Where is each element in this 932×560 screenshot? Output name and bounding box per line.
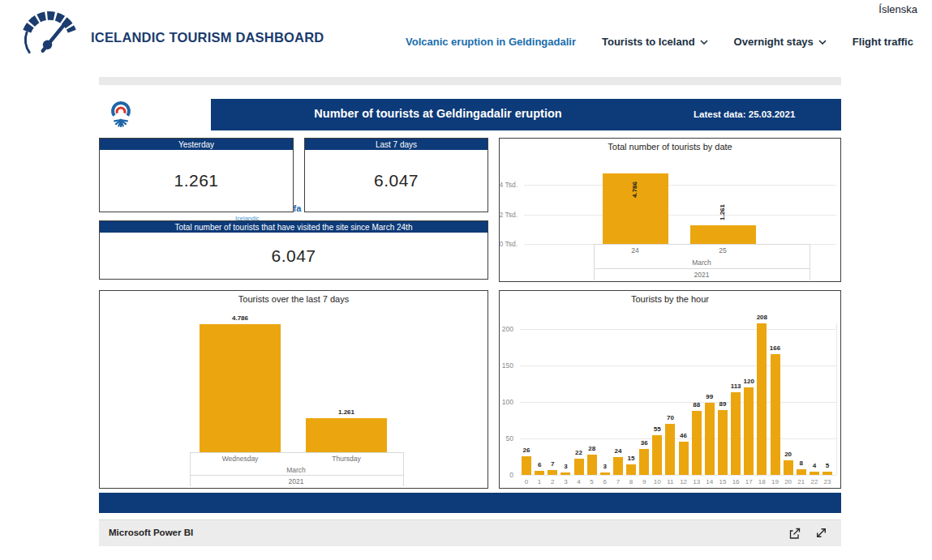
gridline [520,402,836,403]
nav-overnight-stays[interactable]: Overnight stays [734,36,827,48]
main-nav: Volcanic eruption in GeldingadalirTouris… [406,36,913,48]
report-top-strip [99,77,841,85]
card-total-since-march-24: Total number of tourists that have visit… [99,220,488,280]
bar-2[interactable] [548,470,557,475]
chart-tourists-by-hour: Tourists by the hour 0501001502002606172… [499,290,841,489]
card-value: 6.047 [374,171,419,190]
bar-value-label: 5 [811,462,844,469]
x-axis-year-label: 2021 [256,477,337,485]
report-header-bar: Number of tourists at Geldingadalir erup… [211,99,841,130]
bar-23[interactable] [822,472,832,476]
bar-13[interactable] [692,411,702,475]
bar-15[interactable] [718,410,728,475]
card-title: Yesterday [100,139,293,150]
gridline [520,475,836,476]
card-value: 1.261 [174,171,218,190]
bar-12[interactable] [679,442,689,475]
y-axis-tick-label: 150 [498,361,513,370]
chart-tourists-last-7-days: Tourists over the last 7 days 4.7861.261… [99,290,488,489]
card-title: Total number of tourists that have visit… [100,221,487,233]
chevron-down-icon [818,40,827,45]
bar-14[interactable] [705,403,715,475]
bar-22[interactable] [810,472,819,475]
axis-line [403,452,404,486]
powerbi-bottom-bar: Microsoft Power BI [99,519,841,546]
plot-area: 4.7861.261WednesdayThursdayMarch2021 [100,291,487,488]
x-axis-category-label: Wednesday [200,455,281,463]
bar-6[interactable] [600,472,610,475]
nav-volcanic-eruption-in-geldingadalir[interactable]: Volcanic eruption in Geldingadalir [406,36,576,48]
y-axis-tick-label: 100 [498,398,513,406]
bar-21[interactable] [797,469,806,475]
gauge-logo-icon [16,5,83,65]
x-axis-month-label: March [661,259,742,267]
x-axis-category-label: 24 [595,246,676,254]
language-switch-link[interactable]: Íslenska [878,3,917,15]
x-axis-tick-label: 23 [818,478,837,485]
bar-value-label: 26 [510,447,543,454]
bar-value-label: 99 [694,393,726,400]
plot-area: 0501001502002606172332242853624715836955… [500,291,840,488]
report-footer-bar [99,493,841,513]
axis-line [810,244,810,280]
nav-tourists-to-iceland[interactable]: Tourists to Iceland [602,36,708,48]
bar-3[interactable] [560,472,570,475]
bar-value-label: 4.786 [224,314,256,322]
gridline [520,329,836,330]
bar-Thursday[interactable] [306,418,387,452]
y-axis-tick-label: 50 [498,434,513,442]
share-icon[interactable] [788,526,802,544]
y-axis-tick-label: 0 [498,471,513,479]
bar-Wednesday[interactable] [200,324,281,452]
x-axis-month-label: March [256,466,337,474]
y-axis-tick-label: 4 Tsd. [498,181,518,189]
latest-data-label: Latest data: 25.03.2021 [694,109,795,119]
axis-line [594,268,810,269]
gridline [520,365,836,366]
nav-label: Overnight stays [734,36,814,48]
bar-value-label: 20 [772,451,805,458]
bar-9[interactable] [639,449,649,475]
bar-1[interactable] [535,471,544,475]
tourist-board-logo-icon [108,100,134,128]
bar-4[interactable] [574,459,584,475]
axis-line [594,244,810,245]
nav-flight-traffic[interactable]: Flight traffic [853,36,913,48]
gridline [836,323,837,475]
bar-10[interactable] [652,435,662,476]
y-axis-tick-label: 200 [498,325,513,333]
nav-label: Volcanic eruption in Geldingadalir [406,36,576,48]
nav-label: Flight traffic [853,36,913,48]
y-axis-tick-label: 2 Tsd. [498,211,518,219]
nav-label: Tourists to Iceland [602,36,695,48]
chart-tourists-by-date: Total number of tourists by date 4 Tsd.2… [499,138,841,282]
tourist-board-logo: Ferðamálastofa Icelandic Tourist Board [99,99,211,130]
card-last-7-days: Last 7 days 6.047 [304,138,488,212]
bar-value-label: 4.786 [630,157,640,222]
y-axis-tick-label: 0 Tsd. [498,240,518,248]
bar-value-label: 208 [745,314,778,321]
axis-line [190,452,403,453]
axis-line [190,452,191,486]
card-yesterday: Yesterday 1.261 [99,138,294,212]
gridline [524,215,836,216]
x-axis-year-label: 2021 [661,271,742,279]
site-title: ICELANDIC TOURISM DASHBOARD [91,30,324,45]
bar-17[interactable] [744,387,754,475]
bar-8[interactable] [626,464,636,476]
chevron-down-icon [700,40,708,45]
fullscreen-icon[interactable] [814,526,828,543]
plot-area: 4 Tsd.2 Tsd.0 Tsd.4.7861.2612425March202… [500,139,840,281]
bar-16[interactable] [731,392,741,475]
bar-value-label: 166 [758,344,791,352]
bar-value-label: 70 [654,414,686,421]
gridline [524,185,836,186]
x-axis-category-label: 25 [682,246,763,254]
bar-value-label: 1.261 [718,180,728,245]
powerbi-brand-link[interactable]: Microsoft Power BI [109,528,193,537]
axis-line [190,475,403,476]
bar-value-label: 1.261 [330,408,363,416]
x-axis-category-label: Thursday [306,455,387,463]
report-title: Number of tourists at Geldingadalir erup… [211,107,665,120]
card-title: Last 7 days [305,139,487,150]
